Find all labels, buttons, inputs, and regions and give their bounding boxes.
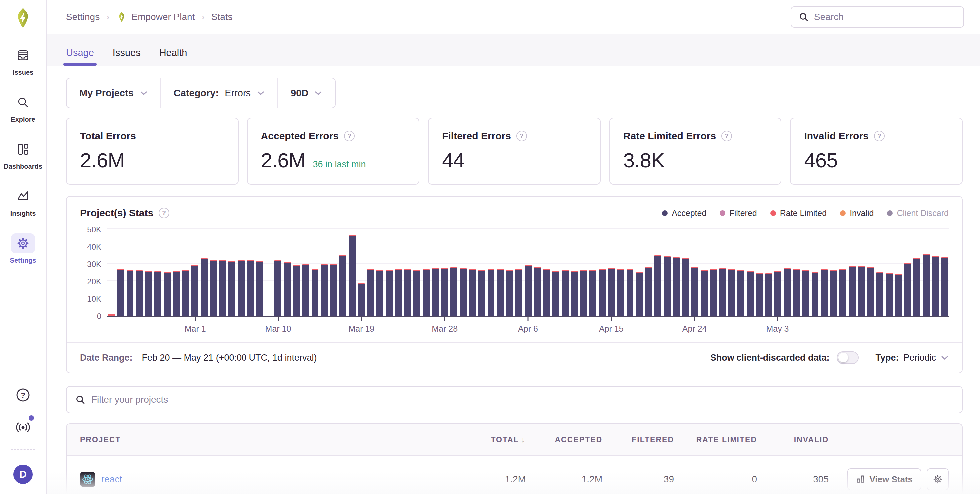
sidebar-item-dashboards[interactable]: Dashboards: [4, 139, 42, 171]
score-cards: Total Errors 2.6M Accepted Errors ? 2.6M…: [66, 118, 963, 185]
chevron-down-icon: [941, 355, 949, 360]
project-link[interactable]: react: [101, 474, 122, 484]
chart-bar: [182, 270, 189, 316]
x-tick: [194, 317, 196, 321]
chart-bar: [728, 269, 735, 316]
chart-bar: [414, 270, 420, 316]
chart-bar: [663, 257, 671, 316]
chevron-right-icon: ›: [106, 12, 109, 22]
search-input[interactable]: [814, 12, 956, 22]
x-tick: [444, 317, 445, 321]
user-avatar[interactable]: D: [13, 465, 33, 484]
sidebar-item-settings[interactable]: Settings: [10, 233, 36, 265]
tab-usage[interactable]: Usage: [66, 47, 94, 66]
sidebar-item-issues[interactable]: Issues: [11, 45, 35, 76]
col-filtered[interactable]: FILTERED: [602, 435, 674, 444]
chart-bar: [441, 268, 449, 316]
gear-icon: [11, 233, 35, 253]
category-selector[interactable]: Category: Errors: [160, 78, 277, 108]
project-settings-button[interactable]: [927, 469, 949, 490]
help-button[interactable]: ?: [15, 387, 31, 404]
chart-bar: [793, 269, 800, 316]
sidebar-item-explore[interactable]: Explore: [11, 92, 35, 123]
chart-bar: [691, 267, 698, 316]
project-selector[interactable]: My Projects: [67, 78, 160, 108]
tab-health[interactable]: Health: [159, 47, 187, 66]
legend-invalid[interactable]: Invalid: [840, 208, 874, 218]
period-label: 90D: [291, 88, 309, 99]
x-axis-labels: Mar 1Mar 10Mar 19Mar 28Apr 6Apr 15Apr 24…: [107, 317, 949, 337]
col-rate-limited[interactable]: RATE LIMITED: [674, 435, 757, 444]
chart-bar: [654, 255, 661, 316]
tab-issues[interactable]: Issues: [113, 47, 141, 66]
chart-bar: [478, 270, 485, 316]
chart-bar: [598, 269, 606, 316]
card-value: 3.8K: [623, 148, 665, 172]
sidebar-item-insights[interactable]: Insights: [10, 186, 36, 217]
cell-rate-limited: 0: [674, 474, 757, 484]
chart-bar: [200, 258, 207, 316]
org-logo[interactable]: [12, 7, 33, 29]
help-icon[interactable]: ?: [874, 131, 885, 141]
y-tick-label: 40K: [87, 242, 101, 252]
chart-bar: [580, 270, 587, 316]
view-stats-button[interactable]: View Stats: [848, 469, 921, 490]
whats-new-button[interactable]: [15, 419, 31, 435]
help-icon[interactable]: ?: [344, 131, 355, 141]
chart-bar: [867, 267, 874, 316]
type-selector[interactable]: Type: Periodic: [875, 353, 949, 363]
chart-bar: [302, 265, 309, 316]
x-tick: [694, 317, 695, 321]
legend-rate-limited[interactable]: Rate Limited: [770, 208, 827, 218]
project-filter-box[interactable]: [66, 386, 963, 413]
y-axis-labels: 010K20K30K40K50K: [75, 226, 107, 317]
legend-filtered[interactable]: Filtered: [719, 208, 757, 218]
col-project[interactable]: PROJECT: [80, 435, 449, 444]
y-tick-label: 0: [97, 312, 101, 321]
date-range-selector[interactable]: 90D: [277, 78, 335, 108]
chart-bar: [710, 269, 717, 316]
chart-bar: [386, 270, 393, 316]
breadcrumb: Settings › Empower Plant › Stats: [66, 12, 232, 22]
help-icon[interactable]: ?: [721, 131, 732, 141]
cell-filtered: 39: [602, 474, 674, 484]
chart-bar: [312, 269, 319, 316]
card-title: Total Errors: [80, 130, 136, 142]
chart-bar: [117, 269, 124, 316]
card-accepted-errors: Accepted Errors ? 2.6M 36 in last min: [247, 118, 420, 185]
legend-client-discard[interactable]: Client Discard: [887, 208, 949, 218]
chart-bar: [330, 264, 337, 316]
col-accepted[interactable]: ACCEPTED: [526, 435, 602, 444]
x-tick-label: Mar 10: [266, 324, 291, 334]
chart-bar: [552, 271, 559, 316]
sort-desc-icon: ↓: [521, 435, 526, 444]
sidebar-item-label: Dashboards: [4, 163, 42, 171]
projects-table: PROJECT TOTAL↓ ACCEPTED FILTERED RATE LI…: [66, 423, 963, 494]
chevron-right-icon: ›: [201, 12, 204, 22]
chart-bar: [784, 268, 791, 316]
chart-bar: [747, 271, 754, 316]
breadcrumb-project[interactable]: Empower Plant: [116, 12, 195, 22]
chart-bar: [858, 266, 865, 316]
x-tick-label: Mar 19: [348, 324, 374, 334]
global-search[interactable]: [791, 6, 964, 28]
chart-bar: [830, 270, 837, 316]
col-total[interactable]: TOTAL↓: [449, 435, 526, 444]
chart-bar: [886, 272, 893, 316]
chart-bar: [154, 271, 161, 316]
project-filter-input[interactable]: [91, 394, 953, 405]
date-range-value: Feb 20 — May 21 (+00:00 UTC, 1d interval…: [142, 353, 317, 363]
client-discard-toggle[interactable]: [837, 351, 859, 364]
card-title: Accepted Errors: [261, 130, 339, 142]
chart-bar: [802, 270, 810, 316]
chart-bar: [941, 257, 948, 316]
help-icon[interactable]: ?: [516, 131, 527, 141]
date-range-label: Date Range:: [80, 353, 132, 363]
legend-accepted[interactable]: Accepted: [662, 208, 706, 218]
breadcrumb-settings[interactable]: Settings: [66, 12, 100, 22]
x-tick: [528, 317, 529, 321]
chart-bar: [636, 272, 643, 316]
help-icon[interactable]: ?: [159, 208, 169, 218]
chart-bar: [228, 261, 235, 316]
col-invalid[interactable]: INVALID: [757, 435, 829, 444]
